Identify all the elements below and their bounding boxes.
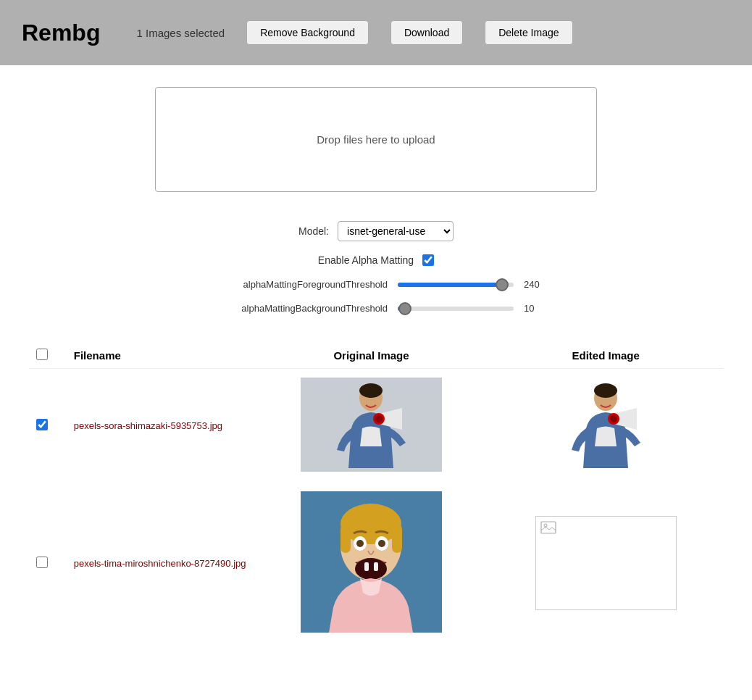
row-checkbox-cell (29, 369, 67, 483)
svg-point-9 (610, 415, 617, 422)
row-1-checkbox[interactable] (36, 419, 48, 430)
svg-point-7 (594, 383, 617, 398)
fg-threshold-fill (398, 283, 502, 287)
app-header: Rembg 1 Images selected Remove Backgroun… (0, 0, 752, 65)
svg-point-17 (356, 540, 364, 547)
model-select[interactable]: isnet-general-use u2net u2netp u2net_hum… (338, 221, 454, 241)
row-1-original-image (301, 378, 442, 472)
svg-point-18 (378, 540, 385, 547)
bg-threshold-track[interactable] (398, 307, 514, 311)
alpha-matting-checkbox[interactable] (422, 254, 434, 266)
col-header-original: Original Image (254, 343, 489, 369)
row-1-filename: pexels-sora-shimazaki-5935753.jpg (67, 369, 254, 483)
col-header-checkbox (29, 343, 67, 369)
fg-threshold-row: alphaMattingForegroundThreshold 240 (206, 279, 546, 290)
bg-threshold-label: alphaMattingBackgroundThreshold (206, 303, 388, 314)
bg-threshold-thumb[interactable] (398, 302, 411, 315)
download-button[interactable]: Download (390, 20, 463, 45)
fg-threshold-thumb[interactable] (496, 278, 509, 291)
row-2-checkbox[interactable] (36, 557, 48, 568)
select-all-checkbox[interactable] (36, 349, 48, 360)
row-2-edited-placeholder (535, 516, 677, 610)
table-row: pexels-tima-miroshnichenko-8727490.jpg (29, 483, 723, 643)
svg-rect-14 (392, 524, 402, 553)
image-table: Filename Original Image Edited Image pex… (29, 343, 723, 643)
drop-zone-text: Drop files here to upload (317, 133, 435, 146)
row-2-filename-link[interactable]: pexels-tima-miroshnichenko-8727490.jpg (74, 558, 246, 569)
settings-section: Model: isnet-general-use u2net u2netp u2… (29, 221, 723, 314)
row-2-edited-placeholder-cell (488, 483, 723, 643)
svg-rect-20 (364, 562, 369, 571)
row-2-original-cell (254, 483, 489, 643)
row-checkbox-cell (29, 483, 67, 643)
main-content: Drop files here to upload Model: isnet-g… (0, 65, 752, 665)
bg-threshold-row: alphaMattingBackgroundThreshold 10 (206, 303, 546, 314)
svg-point-4 (375, 415, 383, 422)
col-header-filename: Filename (67, 343, 254, 369)
row-1-filename-link[interactable]: pexels-sora-shimazaki-5935753.jpg (74, 420, 222, 431)
svg-rect-13 (341, 524, 351, 553)
fg-threshold-label: alphaMattingForegroundThreshold (206, 279, 388, 290)
fg-threshold-track[interactable] (398, 283, 514, 287)
placeholder-image-icon (540, 521, 556, 538)
drop-zone[interactable]: Drop files here to upload (155, 87, 597, 192)
row-2-original-image (301, 491, 442, 633)
alpha-matting-row: Enable Alpha Matting (318, 254, 434, 266)
row-1-edited-image (535, 378, 677, 472)
row-1-edited-cell (488, 369, 723, 483)
app-logo: Rembg (22, 20, 100, 46)
svg-rect-21 (374, 562, 378, 571)
bg-threshold-value: 10 (524, 303, 546, 314)
alpha-matting-label: Enable Alpha Matting (318, 254, 414, 266)
delete-image-button[interactable]: Delete Image (485, 20, 572, 45)
model-row: Model: isnet-general-use u2net u2netp u2… (298, 221, 454, 241)
selected-count-text: 1 Images selected (136, 27, 225, 39)
svg-rect-22 (541, 522, 556, 533)
fg-threshold-value: 240 (524, 279, 546, 290)
row-1-original-cell (254, 369, 489, 483)
svg-point-19 (355, 558, 387, 580)
remove-background-button[interactable]: Remove Background (246, 20, 369, 45)
col-header-edited: Edited Image (488, 343, 723, 369)
table-row: pexels-sora-shimazaki-5935753.jpg (29, 369, 723, 483)
svg-point-2 (359, 383, 383, 398)
row-2-filename: pexels-tima-miroshnichenko-8727490.jpg (67, 483, 254, 643)
model-label: Model: (298, 225, 329, 237)
